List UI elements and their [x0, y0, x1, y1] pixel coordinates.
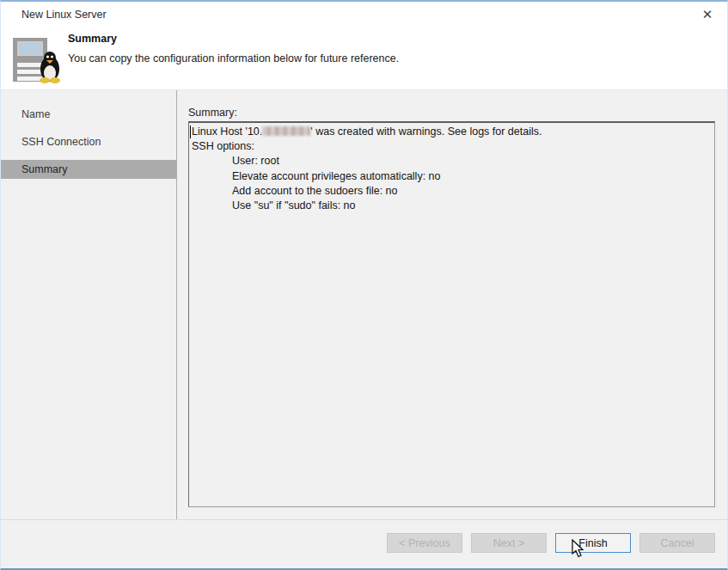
wizard-body: Name SSH Connection Summary Summary: Lin… [1, 90, 727, 519]
new-linux-server-dialog: New Linux Server ✕ [0, 0, 728, 570]
previous-button[interactable]: < Previous [387, 533, 462, 553]
summary-content: Summary: Linux Host '10.' was created wi… [177, 90, 727, 519]
wizard-button-bar: < Previous Next > Finish Cancel [1, 519, 727, 568]
finish-button[interactable]: Finish [555, 533, 631, 553]
sidebar-item-summary[interactable]: Summary [1, 160, 176, 179]
title-bar: New Linux Server ✕ [1, 2, 727, 28]
page-description: You can copy the configuration informati… [68, 52, 399, 64]
summary-box-label: Summary: [188, 107, 715, 119]
page-title: Summary [68, 33, 117, 45]
summary-line-user: User: root [192, 154, 711, 169]
summary-line-sudoers: Add account to the sudoers file: no [192, 184, 711, 199]
linux-server-icon [11, 37, 61, 87]
sidebar-item-ssh-connection[interactable]: SSH Connection [1, 132, 176, 151]
window-title: New Linux Server [21, 2, 107, 28]
summary-line-ssh-options: SSH options: [192, 139, 711, 154]
redacted-ip [262, 126, 310, 136]
summary-textbox[interactable]: Linux Host '10.' was created with warnin… [188, 121, 715, 507]
close-icon[interactable]: ✕ [694, 3, 720, 26]
wizard-steps-sidebar: Name SSH Connection Summary [1, 90, 176, 519]
sidebar-item-name[interactable]: Name [1, 105, 176, 124]
next-button[interactable]: Next > [471, 533, 547, 553]
cancel-button[interactable]: Cancel [639, 533, 715, 553]
summary-line-host: Linux Host '10.' was created with warnin… [192, 125, 711, 139]
wizard-header: Summary You can copy the configuration i… [1, 28, 727, 90]
summary-line-su-fallback: Use "su" if "sudo" fails: no [192, 199, 711, 213]
summary-line-elevate: Elevate account privileges automatically… [192, 169, 711, 184]
text-caret [190, 126, 191, 138]
